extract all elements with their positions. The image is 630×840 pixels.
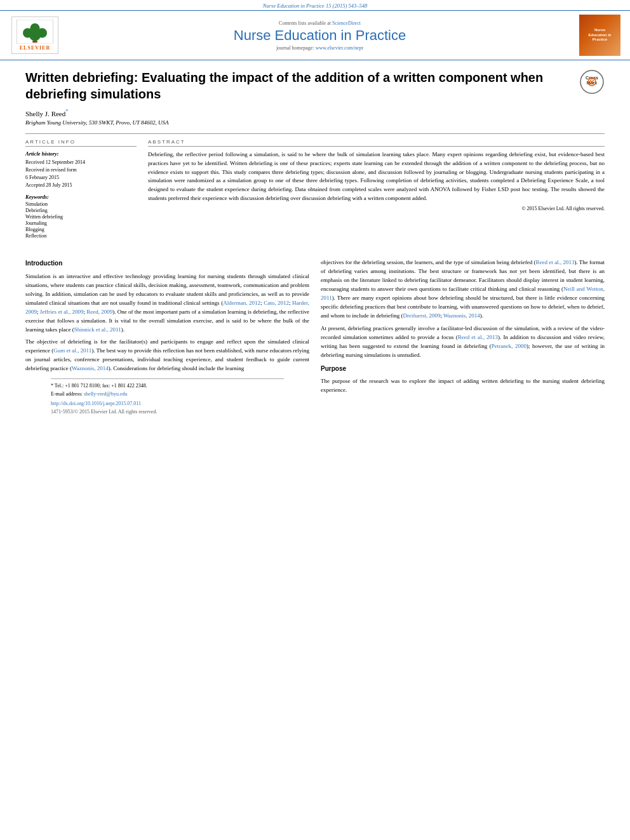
intro-col2-p1: objectives for the debriefing session, t… bbox=[321, 258, 605, 321]
footer-section: * Tel.: +1 801 712 8100; fax: +1 801 422… bbox=[51, 378, 284, 416]
two-col-body: Introduction Simulation is an interactiv… bbox=[25, 258, 605, 416]
article-info-header: ARTICLE INFO bbox=[25, 139, 137, 147]
journal-header-center: Contents lists available at ScienceDirec… bbox=[70, 20, 570, 51]
keywords-label: Keywords: bbox=[25, 194, 137, 200]
article-info-abstract-section: ARTICLE INFO Article history: Received 1… bbox=[25, 133, 605, 240]
abstract-header: ABSTRACT bbox=[148, 139, 605, 147]
received-date: Received 12 September 2014 bbox=[25, 159, 137, 166]
keyword-reflection: Reflection bbox=[25, 233, 137, 239]
elsevier-tree-icon bbox=[16, 20, 54, 44]
author-sup: * bbox=[65, 109, 68, 114]
intro-col2-p2: At present, debriefing practices general… bbox=[321, 324, 605, 360]
ref-gum-2011[interactable]: Gum et al., 2011 bbox=[53, 347, 91, 354]
purpose-heading: Purpose bbox=[321, 364, 605, 374]
completed-word: completed bbox=[491, 177, 515, 183]
science-direct-link[interactable]: ScienceDirect bbox=[332, 20, 361, 26]
ref-reed-2013b[interactable]: Reed et al., 2013 bbox=[458, 334, 498, 340]
journal-header: ELSEVIER Contents lists available at Sci… bbox=[0, 10, 630, 60]
intro-heading: Introduction bbox=[25, 258, 309, 269]
ref-reed-2013[interactable]: Reed et al., 2013 bbox=[536, 259, 575, 265]
ref-shinnick-2011[interactable]: Shinnick et al., 2011 bbox=[74, 326, 121, 333]
footnote-email-line: E-mail address: shelly-reed@byu.edu bbox=[51, 390, 284, 397]
science-direct-line: Contents lists available at ScienceDirec… bbox=[70, 20, 570, 26]
article-title-text: Written debriefing: Evaluating the impac… bbox=[25, 70, 543, 101]
homepage-label: journal homepage: bbox=[276, 45, 314, 51]
journal-title: Nurse Education in Practice bbox=[70, 27, 570, 44]
keyword-blogging: Blogging bbox=[25, 227, 137, 232]
author-affiliation: Brigham Young University, 530 SWKT, Prov… bbox=[25, 119, 605, 126]
body-left-col: Introduction Simulation is an interactiv… bbox=[25, 258, 309, 416]
accepted-date: Accepted 28 July 2015 bbox=[25, 182, 137, 189]
keyword-simulation: Simulation bbox=[25, 201, 137, 207]
footnote-email-label: E-mail address: bbox=[51, 391, 83, 397]
footnote-email-link[interactable]: shelly-reed@byu.edu bbox=[84, 391, 127, 397]
keyword-written-debriefing: Written debriefing bbox=[25, 214, 137, 220]
nep-logo-box: NurseEducation inPractice bbox=[579, 15, 620, 56]
journal-homepage-link[interactable]: www.elsevier.com/nepr bbox=[316, 45, 363, 51]
crossmark-badge[interactable]: Cross Mark bbox=[579, 69, 605, 95]
ref-cato-2012[interactable]: Cato, 2012 bbox=[264, 300, 289, 306]
article-history-label: Article history: bbox=[25, 150, 137, 157]
doi-line[interactable]: http://dx.doi.org/10.1016/j.nepr.2015.07… bbox=[51, 400, 284, 408]
received-revised-date: 6 February 2015 bbox=[25, 174, 137, 181]
elsevier-brand-label: ELSEVIER bbox=[20, 45, 50, 51]
nep-logo: NurseEducation inPractice bbox=[576, 15, 624, 56]
keyword-journaling: Journaling bbox=[25, 220, 137, 226]
svg-point-4 bbox=[30, 23, 39, 33]
ref-neill-2011[interactable]: Neill and Wotton, 2011 bbox=[321, 286, 605, 301]
ref-jeffries-2009[interactable]: Jeffries et al., 2009 bbox=[40, 309, 84, 315]
ref-alderman-2012[interactable]: Alderman, 2012 bbox=[223, 300, 260, 306]
purpose-text: The purpose of the research was to explo… bbox=[321, 377, 605, 395]
intro-p2: The objective of debriefing is for the f… bbox=[25, 338, 309, 373]
keyword-debriefing: Debriefing bbox=[25, 208, 137, 213]
copyright-line: © 2015 Elsevier Ltd. All rights reserved… bbox=[148, 206, 605, 211]
ref-waznonis-2014[interactable]: Waznonis, 2014 bbox=[72, 365, 109, 371]
nep-logo-text: NurseEducation inPractice bbox=[589, 28, 612, 43]
ref-dreifuerst-2009[interactable]: Dreifuerst, 2009 bbox=[403, 312, 440, 319]
article-content: Written debriefing: Evaluating the impac… bbox=[0, 60, 630, 253]
ref-waznonis-2014b[interactable]: Waznonis, 2014 bbox=[443, 312, 480, 319]
author-name: Shelly J. Reed* bbox=[25, 109, 605, 117]
article-info-column: ARTICLE INFO Article history: Received 1… bbox=[25, 139, 137, 240]
svg-rect-5 bbox=[32, 41, 37, 43]
completed-word-2: completed bbox=[342, 186, 366, 192]
science-direct-prefix: Contents lists available at bbox=[279, 20, 331, 26]
article-title: Written debriefing: Evaluating the impac… bbox=[25, 69, 605, 102]
abstract-column: ABSTRACT Debriefing, the reflective peri… bbox=[148, 139, 605, 240]
issn-line: 1471-5953/© 2015 Elsevier Ltd. All right… bbox=[51, 408, 284, 416]
doi-link[interactable]: http://dx.doi.org/10.1016/j.nepr.2015.07… bbox=[51, 401, 141, 406]
body-section: Introduction Simulation is an interactiv… bbox=[0, 253, 630, 422]
intro-p1: Simulation is an interactive and effecti… bbox=[25, 272, 309, 335]
footnote-contact: * Tel.: +1 801 712 8100; fax: +1 801 422… bbox=[51, 382, 284, 389]
ref-petranek-2000[interactable]: Petranek, 2000 bbox=[492, 343, 526, 349]
journal-citation-top: Nurse Education in Practice 15 (2015) 54… bbox=[0, 0, 630, 10]
elsevier-logo: ELSEVIER bbox=[6, 17, 64, 54]
received-revised-label: Received in revised form bbox=[25, 166, 137, 173]
author-name-text: Shelly J. Reed bbox=[25, 110, 65, 117]
journal-homepage-line: journal homepage: www.elsevier.com/nepr bbox=[70, 45, 570, 51]
ref-reed-2009[interactable]: Reed, 2009 bbox=[86, 309, 112, 315]
abstract-text: Debriefing, the reflective period follow… bbox=[148, 150, 605, 204]
body-right-col: objectives for the debriefing session, t… bbox=[321, 258, 605, 416]
